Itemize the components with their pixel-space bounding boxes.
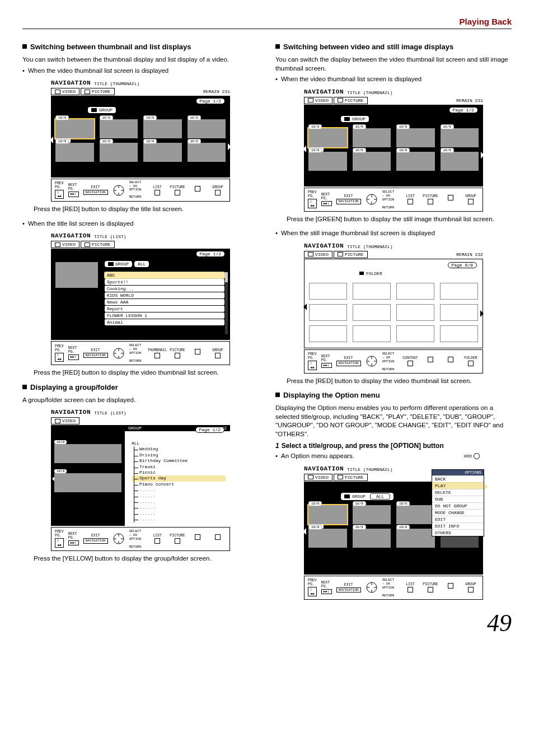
screen-option-menu: NAVIGATION TITLE (THUMBNAIL) HDD VIDEO P… (304, 465, 483, 600)
thumb[interactable]: 10/9 (441, 152, 479, 171)
left-section2-title: Displaying a group/folder (22, 383, 259, 391)
all-pill[interactable]: ALL (134, 261, 149, 267)
arrow-left-icon[interactable] (303, 528, 306, 535)
thumb-selected[interactable]: 10/9title (308, 128, 347, 147)
bullet-square-icon (275, 393, 280, 397)
title-list: ABC Sports!! Cooking... KIDS WORLD News … (105, 272, 224, 325)
caption3: Press the [YELLOW] button to display the… (34, 554, 259, 563)
arrow-left-icon[interactable] (50, 137, 53, 143)
yellow-button-icon[interactable] (215, 190, 221, 195)
screen-video-thumbnail-right: NAVIGATION TITLE (THUMBNAIL) VIDEO PICTU… (304, 88, 483, 212)
thumb[interactable]: 10/9 (353, 152, 391, 171)
list-item[interactable]: KIDS WORLD (105, 292, 224, 298)
arrow-right-icon[interactable] (480, 310, 484, 317)
section-title-text: Switching between thumbnail and list dis… (30, 43, 191, 51)
thumb[interactable]: 10/9 (54, 473, 121, 492)
thumb[interactable]: 10/9 (54, 444, 121, 463)
thumb[interactable]: 10/9 (353, 128, 391, 147)
right-bullet1: When the video thumbnail list screen is … (275, 75, 512, 84)
preview-thumb (55, 262, 98, 288)
scrollbar[interactable] (225, 272, 228, 334)
tab-video[interactable]: VIDEO (51, 241, 79, 248)
list-item[interactable]: ABC (105, 272, 224, 278)
tab-video[interactable]: VIDEO (304, 474, 332, 481)
option-editinfo[interactable]: EDIT INFO (432, 522, 484, 529)
joystick-icon (113, 184, 125, 197)
left-bullet-list: When the video thumbnail list screen is … (22, 67, 259, 76)
picture-icon (85, 90, 90, 94)
hdd-badge: HDD (464, 453, 480, 459)
thumb[interactable]: 10/9 (100, 119, 138, 138)
option-back[interactable]: BACK (432, 475, 484, 482)
prev-icon[interactable]: |◀◀ (55, 190, 64, 199)
tab-picture[interactable]: PICTURE (81, 88, 115, 95)
tab-video[interactable]: VIDEO (304, 97, 332, 104)
thumb-selected[interactable]: 10/9title (308, 505, 347, 524)
tab-video[interactable]: VIDEO (304, 251, 332, 258)
tab-video[interactable]: VIDEO (51, 88, 79, 95)
option-donotgroup[interactable]: DO NOT GROUP (432, 502, 484, 509)
arrow-right-icon[interactable] (481, 152, 484, 158)
list-item[interactable]: FLOWER LESSON 1 (105, 312, 224, 319)
right-section2-p1: Displaying the Option menu enables you t… (275, 404, 512, 438)
blue-button-icon[interactable] (195, 186, 200, 192)
list-item[interactable]: Animal (105, 319, 224, 325)
option-delete[interactable]: DELETE (432, 489, 484, 496)
list-area: Page 1/2 GROUP ALL ABC Sports!! Cooking.… (51, 249, 230, 340)
arrow-right-icon[interactable] (228, 143, 231, 150)
option-play[interactable]: PLAY (432, 482, 484, 489)
thumb[interactable]: 10/9 (441, 128, 479, 147)
list-item[interactable]: Sports!! (105, 279, 224, 285)
right-section2-title: Displaying the Option menu (275, 391, 512, 399)
option-dub[interactable]: DUB (432, 496, 484, 502)
tab-video[interactable]: VIDEO (51, 417, 79, 424)
folder-tree: ALL Wedding Driving Birthday Committee T… (129, 441, 226, 522)
right-column: Switching between video and still image … (275, 39, 512, 603)
thumb[interactable]: 10/9 (188, 143, 226, 162)
tab-picture[interactable]: PICTURE (334, 474, 368, 481)
arrow-left-icon[interactable] (303, 304, 307, 310)
thumb[interactable]: 10/9 (143, 143, 182, 162)
screen-video-thumbnail: NAVIGATION TITLE (THUMBNAIL) VIDEO PICTU… (51, 80, 230, 202)
thumb[interactable]: 10/9 (100, 143, 138, 162)
left-bullet1: When the video thumbnail list screen is … (22, 67, 259, 76)
thumb[interactable]: 10/9 (308, 152, 347, 171)
group-pill[interactable]: GROUPALL (341, 493, 394, 500)
thumb[interactable]: 10/9 (396, 128, 435, 147)
option-edit[interactable]: EDIT (432, 516, 484, 522)
remain-label: REMAIN 231 (203, 89, 230, 94)
option-others[interactable]: OTHERS (432, 529, 484, 536)
navigation-btn[interactable]: NAVIGATION (83, 190, 108, 195)
thumb[interactable] (309, 283, 347, 300)
group-pill[interactable]: GROUP (341, 116, 369, 122)
next-icon[interactable]: ▶▶| (68, 192, 79, 197)
right-bullet2: When the still image thumbnail list scre… (275, 229, 512, 238)
arrow-left-icon[interactable] (303, 146, 306, 152)
page-header-title: Playing Back (22, 17, 512, 26)
list-item[interactable]: Report (105, 306, 224, 312)
thumb-selected[interactable]: 10/9title (55, 119, 94, 138)
disc-icon (474, 453, 480, 459)
group-pill[interactable]: GROUP (105, 261, 132, 267)
red-button-icon[interactable] (154, 190, 160, 195)
tab-picture[interactable]: PICTURE (81, 241, 115, 248)
option-modechange[interactable]: MODE CHANGE (432, 509, 484, 516)
option-header: OPTIONS (432, 470, 484, 475)
list-item[interactable]: News AAA (105, 299, 224, 305)
thumb[interactable]: 10/9 (396, 152, 435, 171)
group-icon (91, 108, 97, 112)
thumb[interactable]: 10/9 (188, 119, 226, 138)
screen-title-list: NAVIGATION TITLE (LIST) VIDEO PICTURE Pa… (51, 232, 230, 365)
right-section1-title: Switching between video and still image … (275, 43, 512, 51)
thumb[interactable]: 10/9 (55, 143, 94, 162)
list-item[interactable]: Cooking... (105, 286, 224, 292)
caption2: Press the [RED] button to display the vi… (34, 368, 259, 377)
bullet-square-icon (275, 44, 280, 49)
thumb[interactable]: 10/9 (143, 119, 182, 138)
option-menu: OPTIONS BACK PLAY DELETE DUB DO NOT GROU… (432, 469, 484, 536)
tab-picture[interactable]: PICTURE (334, 251, 368, 258)
green-button-icon[interactable] (175, 190, 180, 195)
tab-picture[interactable]: PICTURE (334, 97, 368, 104)
folder-pill[interactable]: FOLDER (355, 270, 387, 277)
group-pill[interactable]: GROUP (88, 107, 116, 113)
